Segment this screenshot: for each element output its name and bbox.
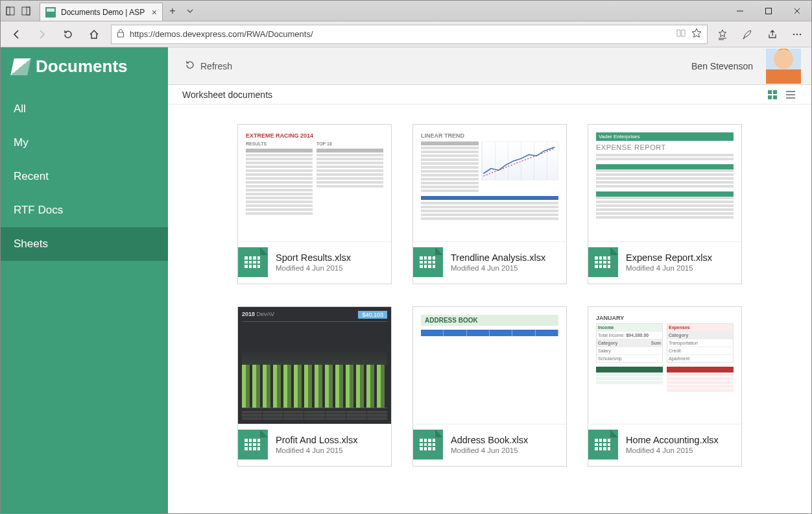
window-left-buttons [1, 1, 36, 21]
spreadsheet-icon [588, 247, 618, 277]
nav-refresh-button[interactable] [59, 25, 77, 43]
svg-point-9 [793, 33, 794, 34]
document-title: Expense Report.xlsx [626, 252, 712, 263]
address-url: https://demos.devexpress.com/RWA/Documen… [130, 29, 671, 39]
document-modified: Modified 4 Jun 2015 [626, 447, 719, 454]
thumb-title: ADDRESS BOOK [421, 315, 558, 326]
document-title: Address Book.xlsx [451, 435, 528, 445]
document-card[interactable]: JANUARY Income Total income: $94,380.00 … [588, 306, 742, 467]
svg-rect-14 [768, 95, 772, 99]
thumb-title: EXPENSE REPORT [596, 143, 734, 151]
document-card[interactable]: EXTREME RACING 2014 RESULTS TOP 10 [237, 124, 392, 284]
app-logo[interactable]: Documents [1, 47, 168, 92]
document-title: Home Accounting.xlsx [626, 435, 719, 445]
svg-point-10 [796, 33, 798, 34]
thumb-title: LINEAR TREND [421, 132, 558, 139]
favorites-list-icon[interactable] [715, 27, 731, 42]
nav-home-button[interactable] [85, 25, 103, 43]
sidebar-item-all[interactable]: All [1, 92, 168, 126]
list-view-button[interactable] [784, 88, 797, 101]
document-thumb: JANUARY Income Total income: $94,380.00 … [588, 307, 741, 424]
svg-rect-18 [786, 97, 795, 99]
grid-view-button[interactable] [766, 88, 779, 101]
address-bar[interactable]: https://demos.devexpress.com/RWA/Documen… [111, 25, 708, 44]
refresh-button[interactable]: Refresh [178, 56, 239, 76]
document-modified: Modified 4 Jun 2015 [451, 447, 528, 454]
sidebar-item-sheets[interactable]: Sheets [1, 227, 168, 261]
document-thumb: Vader Enterprises EXPENSE REPORT [588, 125, 741, 241]
sidebar-item-label: RTF Docs [14, 204, 63, 216]
tab-favicon-icon [45, 7, 56, 18]
nav-forward-button[interactable] [33, 25, 51, 43]
window-controls [726, 1, 811, 21]
document-title: Trendline Analysis.xlsx [451, 252, 545, 263]
document-modified: Modified 4 Jun 2015 [626, 264, 712, 272]
sidebar-item-label: Sheets [14, 238, 48, 250]
window-close-button[interactable] [783, 1, 811, 21]
window-maximize-button[interactable] [754, 1, 783, 21]
document-thumb: LINEAR TREND [413, 125, 566, 241]
thumb-title: EXTREME RACING 2014 [246, 132, 383, 139]
window-layout1-icon[interactable] [3, 4, 18, 18]
pen-icon[interactable] [740, 27, 756, 42]
window-layout2-icon[interactable] [19, 4, 33, 18]
sidebar-item-my[interactable]: My [1, 126, 168, 160]
svg-rect-2 [22, 7, 30, 15]
svg-point-11 [800, 33, 801, 34]
document-card[interactable]: 2018 DevAV $40,103 Profit And Loss.xlsx … [237, 306, 392, 467]
toolbar-right-icons [715, 27, 805, 42]
main-content: Refresh Ben Stevenson Worksheet document… [168, 47, 811, 513]
svg-rect-1 [6, 7, 10, 15]
refresh-label: Refresh [200, 61, 232, 71]
sidebar-item-label: All [14, 103, 26, 115]
document-card[interactable]: LINEAR TREND Trendline Analysis.xlsx Mod… [412, 124, 567, 284]
lock-icon [117, 29, 125, 40]
document-modified: Modified 4 Jun 2015 [276, 264, 351, 272]
view-toggle [766, 88, 797, 101]
svg-rect-17 [786, 94, 795, 95]
thumb-subhead: Vader Enterprises [596, 132, 734, 141]
tabs-overflow-icon[interactable] [182, 1, 198, 21]
refresh-icon [185, 60, 195, 72]
username-label[interactable]: Ben Stevenson [691, 61, 753, 71]
svg-rect-13 [773, 90, 777, 94]
new-tab-button[interactable]: + [163, 1, 182, 21]
section-title: Worksheet documents [182, 90, 272, 100]
sidebar-item-label: Recent [14, 170, 49, 182]
tab-close-icon[interactable]: × [152, 7, 157, 18]
logo-icon [10, 58, 31, 75]
spreadsheet-icon [238, 247, 268, 277]
share-icon[interactable] [765, 27, 780, 42]
nav-back-button[interactable] [7, 25, 25, 43]
sidebar-item-recent[interactable]: Recent [1, 160, 168, 193]
document-title: Profit And Loss.xlsx [276, 435, 358, 445]
browser-toolbar: https://demos.devexpress.com/RWA/Documen… [1, 21, 811, 47]
reading-mode-icon[interactable] [676, 29, 686, 40]
app-logo-text: Documents [36, 56, 128, 77]
section-header: Worksheet documents [168, 85, 811, 104]
document-title: Sport Results.xlsx [276, 252, 351, 263]
svg-rect-3 [27, 7, 30, 15]
spreadsheet-icon [413, 430, 443, 459]
avatar[interactable] [766, 49, 801, 84]
svg-rect-0 [6, 7, 14, 15]
sidebar-item-rtfdocs[interactable]: RTF Docs [1, 193, 168, 227]
sidebar-item-label: My [14, 136, 29, 149]
documents-grid: EXTREME RACING 2014 RESULTS TOP 10 [168, 104, 811, 486]
more-icon[interactable] [789, 27, 805, 42]
svg-rect-15 [773, 95, 777, 99]
spreadsheet-icon [413, 247, 443, 277]
favorite-star-icon[interactable] [691, 28, 702, 40]
document-thumb: EXTREME RACING 2014 RESULTS TOP 10 [238, 125, 391, 241]
document-thumb: 2018 DevAV $40,103 [238, 307, 391, 424]
document-card[interactable]: Vader Enterprises EXPENSE REPORT Expense… [588, 124, 742, 284]
spreadsheet-icon [588, 430, 618, 459]
browser-titlebar: Documents Demo | ASP × + [1, 1, 811, 21]
tab-title: Documents Demo | ASP [61, 8, 147, 17]
topbar: Refresh Ben Stevenson [168, 47, 811, 85]
document-card[interactable]: ADDRESS BOOK Address Book.xlsx Modified … [412, 306, 567, 467]
svg-rect-6 [118, 32, 124, 37]
svg-rect-12 [768, 90, 772, 94]
browser-tab[interactable]: Documents Demo | ASP × [40, 3, 163, 21]
window-minimize-button[interactable] [726, 1, 754, 21]
